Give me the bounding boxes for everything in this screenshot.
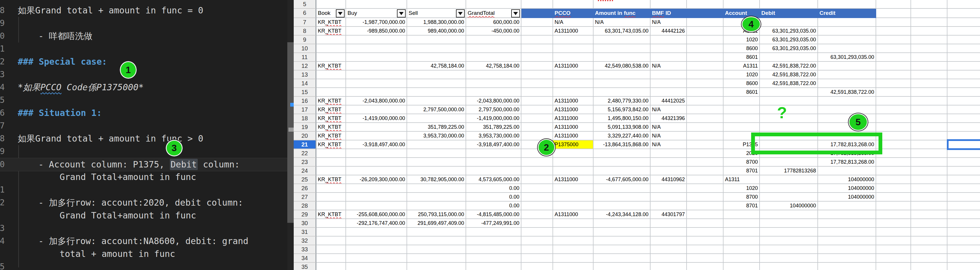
- row-number[interactable]: 23: [294, 158, 317, 166]
- header-e2[interactable]: [911, 9, 947, 18]
- cell-empty[interactable]: [818, 254, 876, 263]
- cell-empty[interactable]: [947, 79, 980, 88]
- cell-empty[interactable]: [687, 158, 724, 166]
- cell-acct-r25[interactable]: A1311: [724, 175, 760, 184]
- header-sell[interactable]: Sell: [407, 9, 466, 18]
- cell-empty[interactable]: [911, 105, 947, 114]
- cell-debit-r10[interactable]: 63,301,293,035.00: [760, 44, 818, 53]
- cell-empty[interactable]: [687, 62, 724, 70]
- cell-empty[interactable]: [911, 35, 947, 44]
- cell-empty[interactable]: [407, 158, 466, 166]
- cell-credit-r15[interactable]: 42,591,838,722.00: [818, 88, 876, 97]
- cell-book-r18[interactable]: KR_KTBT: [317, 114, 346, 123]
- cell-empty[interactable]: [466, 245, 522, 254]
- cell-empty[interactable]: [553, 254, 593, 263]
- cell-empty[interactable]: [553, 53, 593, 62]
- cell-empty[interactable]: [911, 141, 947, 149]
- cell-empty[interactable]: [317, 166, 346, 175]
- cell-empty[interactable]: [553, 228, 593, 236]
- cell-empty[interactable]: [876, 201, 911, 210]
- cell-pcco-r29[interactable]: A1311000: [553, 210, 593, 219]
- cell-empty[interactable]: [947, 166, 980, 175]
- cell-bmf-r8[interactable]: 44442126: [651, 27, 687, 35]
- cell-empty[interactable]: [818, 245, 876, 254]
- cell-bmf-r20[interactable]: N/A: [651, 132, 687, 141]
- cell-empty[interactable]: [876, 97, 911, 105]
- line-number[interactable]: 29: [0, 145, 5, 158]
- cell-empty[interactable]: [818, 236, 876, 245]
- cell-empty[interactable]: [593, 228, 651, 236]
- cell-empty[interactable]: [724, 210, 760, 219]
- cell-empty[interactable]: [724, 236, 760, 245]
- cell-empty[interactable]: [760, 175, 818, 184]
- cell-bmf-r25[interactable]: 44310962: [651, 175, 687, 184]
- cell-empty[interactable]: [911, 0, 947, 9]
- cell-empty[interactable]: [317, 44, 346, 53]
- cell-empty[interactable]: [947, 18, 980, 27]
- cell-empty[interactable]: [651, 44, 687, 53]
- cell-empty[interactable]: [760, 263, 818, 270]
- cell-empty[interactable]: [687, 35, 724, 44]
- cell-empty[interactable]: [522, 210, 553, 219]
- cell-empty[interactable]: [651, 149, 687, 158]
- cell-empty[interactable]: [876, 254, 911, 263]
- cell-empty[interactable]: [760, 18, 818, 27]
- cell-empty[interactable]: [522, 0, 553, 9]
- row-number[interactable]: 14: [294, 79, 317, 88]
- cell-empty[interactable]: [317, 193, 346, 201]
- cell-empty[interactable]: [346, 53, 407, 62]
- cell-empty[interactable]: [407, 201, 466, 210]
- cell-empty[interactable]: [346, 201, 407, 210]
- editor-line[interactable]: 27: [0, 120, 294, 132]
- editor-line[interactable]: total + amount in func: [0, 248, 294, 260]
- line-number[interactable]: 28: [0, 132, 5, 145]
- editor-line[interactable]: 22### Special case:: [0, 55, 294, 68]
- cell-empty[interactable]: [724, 219, 760, 228]
- cell-empty[interactable]: [407, 254, 466, 263]
- cell-empty[interactable]: [407, 53, 466, 62]
- cell-empty[interactable]: [911, 263, 947, 270]
- cell-empty[interactable]: [687, 175, 724, 184]
- cell-debit-r24[interactable]: 17782813268: [760, 166, 818, 175]
- cell-empty[interactable]: [522, 263, 553, 270]
- line-number[interactable]: 22: [0, 55, 5, 68]
- row-number[interactable]: 5: [294, 0, 317, 9]
- cell-empty[interactable]: [911, 184, 947, 193]
- cell-empty[interactable]: [687, 70, 724, 79]
- cell-empty[interactable]: [466, 228, 522, 236]
- cell-empty[interactable]: [876, 158, 911, 166]
- header-e1[interactable]: [876, 9, 911, 18]
- cell-empty[interactable]: [466, 70, 522, 79]
- cell-empty[interactable]: [651, 0, 687, 9]
- cell-empty[interactable]: [947, 0, 980, 9]
- cell-empty[interactable]: [466, 149, 522, 158]
- cell-empty[interactable]: [522, 123, 553, 132]
- editor-line[interactable]: 25: [0, 94, 294, 107]
- cell-empty[interactable]: [593, 219, 651, 228]
- cell-empty[interactable]: [760, 97, 818, 105]
- cell-empty[interactable]: [818, 0, 876, 9]
- cell-empty[interactable]: [876, 236, 911, 245]
- editor-line[interactable]: 31: [0, 184, 294, 196]
- cell-bmf-r16[interactable]: 44412025: [651, 97, 687, 105]
- cell-empty[interactable]: [553, 0, 593, 9]
- cell-sell-r12[interactable]: 42,758,184.00: [407, 62, 466, 70]
- cell-empty[interactable]: [651, 201, 687, 210]
- header-book[interactable]: Book: [317, 9, 346, 18]
- cell-empty[interactable]: [687, 193, 724, 201]
- cell-empty[interactable]: [466, 158, 522, 166]
- cell-empty[interactable]: [911, 27, 947, 35]
- cell-book-r17[interactable]: KR_KTBT: [317, 105, 346, 114]
- cell-empty[interactable]: [407, 149, 466, 158]
- cell-bmf-r12[interactable]: N/A: [651, 62, 687, 70]
- cell-empty[interactable]: [522, 35, 553, 44]
- cell-empty[interactable]: [317, 149, 346, 158]
- cell-amt-r19[interactable]: 5,091,133,908.00: [593, 123, 651, 132]
- cell-acct-r26[interactable]: 1020: [724, 184, 760, 193]
- cell-empty[interactable]: [346, 228, 407, 236]
- cell-empty[interactable]: [911, 123, 947, 132]
- cell-empty[interactable]: [687, 263, 724, 270]
- cell-pcco-r25[interactable]: A1311000: [553, 175, 593, 184]
- cell-empty[interactable]: [407, 79, 466, 88]
- cell-empty[interactable]: [407, 193, 466, 201]
